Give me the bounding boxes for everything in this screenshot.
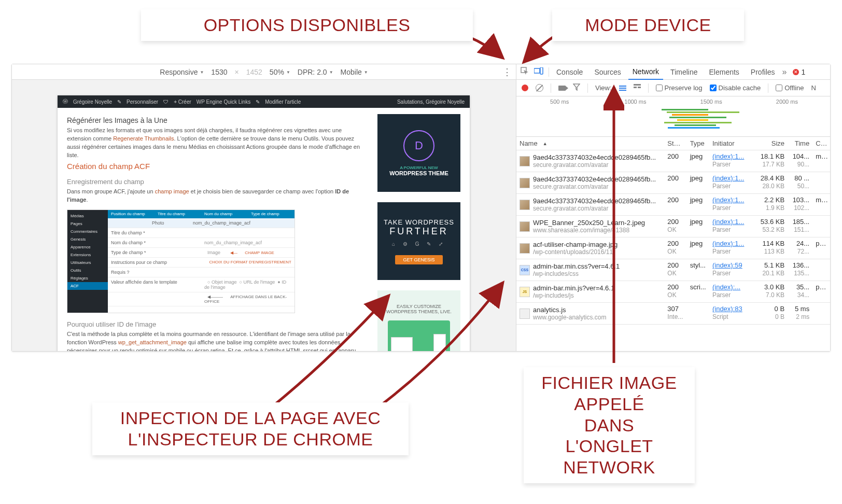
ad-genesis[interactable]: TAKE WORDPRESS FURTHER ⌂ ⚙ G ✎ ⤢ GET GEN… [377, 202, 460, 280]
tab-elements[interactable]: Elements [705, 68, 743, 76]
table-row[interactable]: analytics.jswww.google-analytics.com307I… [516, 303, 830, 325]
wp-new[interactable]: + Créer [174, 99, 191, 105]
table-row[interactable]: CSSadmin-bar.min.css?ver=4.6.1/wp-includ… [516, 259, 830, 281]
ad-divi[interactable]: D A POWERFUL NEW WORDPRESS THEME [377, 114, 460, 192]
heading-creation-acf: Création du champ ACF [67, 162, 366, 171]
wp-logo-icon[interactable]: ⓦ [63, 98, 68, 105]
svg-rect-4 [634, 87, 637, 88]
acf-sidebar: MédiasPagesCommentaires GenesisApparence… [67, 210, 108, 313]
throttling[interactable]: N [811, 84, 816, 92]
annotation-fichier: FICHIER IMAGE APPELÉ DANS L'ONGLET NETWO… [524, 367, 695, 483]
error-badge[interactable]: ✕1 [793, 68, 805, 76]
heading-regenerer: Régénérer les Images à la Une [67, 116, 366, 124]
arrow-inspect-2 [363, 275, 513, 420]
annotation-inspection: INPECTION DE LA PAGE AVEC L'INSPECTEUR D… [92, 402, 409, 455]
link-regenerate[interactable]: Regenerate Thumbnails [113, 135, 174, 142]
network-timeline[interactable]: 500 ms 1000 ms 1500 ms 2000 ms [516, 96, 830, 137]
acf-screenshot: MédiasPagesCommentaires GenesisApparence… [67, 209, 295, 313]
network-toolbar: View: Preserve log Disable cache Offline… [516, 80, 830, 96]
table-header[interactable]: Name▲ Stat... Type Initiator Size Time C… [516, 137, 830, 150]
tab-sources[interactable]: Sources [590, 68, 625, 76]
table-row[interactable]: acf-utiliser-champ-image.jpg/wp-content/… [516, 237, 830, 259]
device-zoom[interactable]: 50%▼ [270, 68, 290, 76]
svg-rect-5 [638, 87, 641, 88]
preserve-log-checkbox[interactable]: Preserve log [656, 84, 703, 92]
annotation-options: OPTIONS DISPONIBLES [141, 9, 473, 41]
view-tree-icon[interactable] [634, 84, 641, 92]
tab-profiles[interactable]: Profiles [747, 68, 779, 76]
link-wp-get-attachment[interactable]: wp_get_attachment_image [118, 339, 187, 345]
link-champ-image[interactable]: champ image [155, 188, 189, 194]
table-row[interactable]: WPE_Banner_250x250_Learn-2.jpegwww.share… [516, 216, 830, 237]
table-row[interactable]: 9aed4c3373374032e4ecdde0289465fb...secur… [516, 150, 830, 172]
tab-network[interactable]: Network [628, 64, 663, 80]
wp-greeting[interactable]: Salutations, Grégoire Noyelle [397, 99, 465, 105]
table-row[interactable]: 9aed4c3373374032e4ecdde0289465fb...secur… [516, 194, 830, 216]
paragraph-1: Si vos modifiez les formats et que vos i… [67, 127, 366, 160]
network-table: Name▲ Stat... Type Initiator Size Time C… [516, 137, 830, 351]
heading-enregistrement: Enregistrement du champ [67, 178, 366, 186]
device-more-icon[interactable]: ⋮ [502, 66, 512, 78]
device-select[interactable]: Responsive▼ [160, 68, 204, 76]
wp-wpengine[interactable]: WP Engine Quick Links [197, 99, 250, 105]
wp-site-name[interactable]: Grégoire Noyelle [73, 99, 112, 105]
capture-icon[interactable] [558, 86, 566, 91]
device-sep: × [235, 68, 239, 76]
table-row[interactable]: 9aed4c3373374032e4ecdde0289465fb...secur… [516, 172, 830, 194]
clear-icon[interactable] [536, 84, 543, 92]
device-height[interactable]: 1452 [246, 68, 262, 76]
paragraph-2: Dans mon groupe ACF, j'ajoute un champ i… [67, 188, 366, 204]
wp-customize[interactable]: Personnaliser [127, 99, 158, 105]
tabs-more-icon[interactable]: » [782, 67, 787, 77]
disable-cache-checkbox[interactable]: Disable cache [710, 84, 761, 92]
svg-rect-3 [634, 84, 641, 86]
wp-edit[interactable]: Modifier l'article [265, 99, 301, 105]
device-mode[interactable]: Mobile▼ [341, 68, 368, 76]
device-width[interactable]: 1530 [211, 68, 227, 76]
annotation-mode-device: MODE DEVICE [552, 9, 744, 41]
arrow-network-to-tab [604, 83, 624, 368]
devtools-panel: Console Sources Network Timeline Element… [516, 64, 830, 351]
offline-checkbox[interactable]: Offline [776, 84, 804, 92]
table-row[interactable]: JSadmin-bar.min.js?ver=4.6.1/wp-includes… [516, 281, 830, 303]
filter-icon[interactable] [573, 83, 580, 92]
tab-timeline[interactable]: Timeline [666, 68, 701, 76]
record-icon[interactable] [522, 85, 528, 91]
device-dpr[interactable]: DPR: 2.0▼ [298, 68, 333, 76]
wp-admin-bar[interactable]: ⓦ Grégoire Noyelle ✎Personnaliser 🛡 + Cr… [58, 95, 470, 108]
